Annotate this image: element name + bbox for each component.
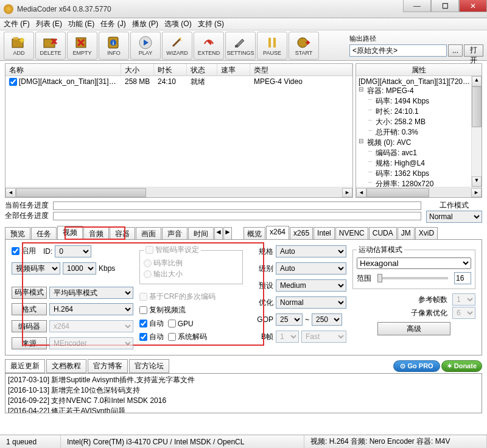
copy-stream-checkbox[interactable] bbox=[139, 306, 147, 314]
properties-tree[interactable]: [DMG][Attack_on_Titan][31][720P][GE 容器: … bbox=[356, 76, 471, 187]
btab-docs[interactable]: 文档教程 bbox=[46, 359, 86, 373]
scroll-left-icon[interactable]: ◄ bbox=[356, 188, 366, 197]
list-body[interactable]: [DMG][Attack_on_Titan][31][720P… 258 MB … bbox=[5, 76, 352, 187]
gpu-checkbox[interactable] bbox=[168, 320, 176, 327]
play-button[interactable]: PLAY bbox=[130, 32, 161, 60]
range-value[interactable] bbox=[454, 272, 471, 284]
extend-button[interactable]: EXTEND bbox=[194, 32, 224, 60]
source-button[interactable]: 来源 bbox=[12, 337, 47, 349]
open-button[interactable]: 打开 bbox=[464, 44, 483, 57]
properties-header: 属性 bbox=[356, 64, 482, 76]
tab-video[interactable]: 视频 bbox=[57, 226, 83, 239]
start-button[interactable]: START bbox=[289, 32, 319, 60]
col-type[interactable]: 类型 bbox=[250, 64, 352, 75]
col-size[interactable]: 大小 bbox=[121, 64, 154, 75]
tab-task[interactable]: 任务 bbox=[31, 227, 57, 239]
menu-options[interactable]: 选项 (O) bbox=[164, 19, 192, 29]
preset-select[interactable]: Medium bbox=[276, 279, 346, 292]
properties-vertical-scrollbar[interactable]: ▲ ▼ bbox=[471, 76, 482, 187]
enable-checkbox[interactable] bbox=[12, 247, 19, 255]
scroll-thumb[interactable] bbox=[16, 188, 146, 197]
menu-play[interactable]: 播放 (P) bbox=[132, 19, 158, 29]
pause-button[interactable]: PAUSE bbox=[257, 32, 287, 60]
news-box[interactable]: [2017-03-10] 新增Suptitle Avisynth插件,支持蓝光字… bbox=[5, 373, 482, 413]
tab-x264[interactable]: x264 bbox=[266, 226, 289, 239]
tab-nav-left[interactable]: ◄ bbox=[214, 227, 223, 239]
scroll-right-icon[interactable]: ► bbox=[471, 188, 482, 197]
empty-icon bbox=[74, 35, 91, 50]
tab-container[interactable]: 容器 bbox=[110, 227, 135, 239]
wizard-button[interactable]: WIZARD bbox=[162, 32, 192, 60]
enable-checkbox-label[interactable]: 启用 bbox=[12, 246, 36, 256]
range-slider[interactable] bbox=[377, 277, 448, 279]
close-button[interactable]: ✕ bbox=[459, 0, 487, 12]
profile-select[interactable]: Auto bbox=[276, 245, 346, 257]
tab-xvid[interactable]: XviD bbox=[415, 227, 438, 239]
auto-encoder-checkbox[interactable] bbox=[139, 320, 147, 327]
format-select[interactable]: H.264 bbox=[49, 303, 133, 315]
tab-nvenc[interactable]: NVENC bbox=[335, 227, 368, 239]
tab-x265[interactable]: x265 bbox=[290, 227, 313, 239]
col-rate[interactable]: 速率 bbox=[217, 64, 250, 75]
gop-min-select[interactable]: 25 bbox=[276, 313, 303, 326]
auto-source-checkbox[interactable] bbox=[139, 333, 147, 341]
tune-select[interactable]: Normal bbox=[276, 296, 346, 309]
row-checkbox[interactable] bbox=[9, 78, 17, 86]
tab-cuda[interactable]: CUDA bbox=[369, 227, 397, 239]
me-mode-select[interactable]: Hexagonal bbox=[357, 257, 471, 269]
scroll-down-icon[interactable]: ▼ bbox=[472, 177, 482, 187]
delete-button[interactable]: DELETE bbox=[35, 32, 66, 60]
maximize-button[interactable]: ☐ bbox=[431, 0, 459, 12]
col-status[interactable]: 状态 bbox=[187, 64, 217, 75]
rate-type-select[interactable]: 视频码率 bbox=[12, 262, 60, 275]
menu-func[interactable]: 功能 (E) bbox=[68, 19, 94, 29]
scroll-up-icon[interactable]: ▲ bbox=[472, 76, 482, 86]
tab-time[interactable]: 时间 bbox=[188, 227, 214, 239]
scroll-right-icon[interactable]: ► bbox=[342, 188, 352, 197]
go-pro-button[interactable]: ⊙ Go PRO bbox=[393, 360, 440, 372]
advanced-button[interactable]: 高级 bbox=[377, 322, 450, 335]
empty-button[interactable]: EMPTY bbox=[67, 32, 97, 60]
gop-max-select[interactable]: 250 bbox=[312, 313, 342, 326]
scroll-left-icon[interactable]: ◄ bbox=[5, 188, 16, 197]
level-select[interactable]: Auto bbox=[276, 262, 346, 275]
btab-recent[interactable]: 最近更新 bbox=[5, 359, 45, 373]
menu-list[interactable]: 列表 (E) bbox=[36, 19, 62, 29]
tab-nav-right[interactable]: ► bbox=[223, 227, 232, 239]
scroll-thumb[interactable] bbox=[472, 86, 482, 127]
menu-file[interactable]: 文件 (F) bbox=[4, 19, 30, 29]
add-button[interactable]: ADD bbox=[4, 32, 34, 60]
workmode-select[interactable]: Normal bbox=[426, 211, 482, 223]
tab-overview[interactable]: 概览 bbox=[244, 227, 265, 239]
encoder-select: x264 bbox=[49, 320, 133, 332]
col-duration[interactable]: 时长 bbox=[154, 64, 187, 75]
btab-forum[interactable]: 官方论坛 bbox=[129, 359, 169, 373]
tab-audio[interactable]: 音频 bbox=[83, 227, 109, 239]
encoder-button[interactable]: 编码器 bbox=[12, 320, 47, 332]
output-path-input[interactable] bbox=[349, 44, 447, 57]
menu-help[interactable]: 支持 (S) bbox=[198, 19, 224, 29]
format-button[interactable]: 格式 bbox=[12, 303, 47, 315]
sysdec-checkbox[interactable] bbox=[168, 333, 176, 341]
settings-button[interactable]: SETTINGS bbox=[225, 32, 256, 60]
btab-blog[interactable]: 官方博客 bbox=[88, 359, 128, 373]
col-name[interactable]: 名称 bbox=[5, 64, 121, 75]
menu-task[interactable]: 任务 (J) bbox=[100, 19, 125, 29]
scroll-thumb[interactable] bbox=[366, 188, 429, 197]
properties-horizontal-scrollbar[interactable]: ◄ ► bbox=[356, 187, 482, 197]
tab-intel[interactable]: Intel bbox=[314, 227, 335, 239]
list-row[interactable]: [DMG][Attack_on_Titan][31][720P… 258 MB … bbox=[5, 76, 352, 87]
bitrate-mode-button[interactable]: 码率模式 bbox=[12, 287, 47, 299]
info-button[interactable]: iINFO bbox=[99, 32, 129, 60]
rate-value-select[interactable]: 1000 bbox=[63, 262, 96, 275]
browse-button[interactable]: ... bbox=[448, 44, 463, 57]
list-horizontal-scrollbar[interactable]: ◄ ► bbox=[5, 187, 352, 197]
bitrate-mode-select[interactable]: 平均码率模式 bbox=[49, 287, 133, 299]
tab-sound[interactable]: 声音 bbox=[162, 227, 187, 239]
minimize-button[interactable]: — bbox=[403, 0, 431, 12]
donate-button[interactable]: ✶ Donate bbox=[441, 360, 482, 372]
tab-preview[interactable]: 预览 bbox=[5, 227, 30, 239]
tab-jm[interactable]: JM bbox=[398, 227, 415, 239]
tab-picture[interactable]: 画面 bbox=[136, 227, 161, 239]
id-select[interactable]: 0 bbox=[55, 245, 91, 257]
